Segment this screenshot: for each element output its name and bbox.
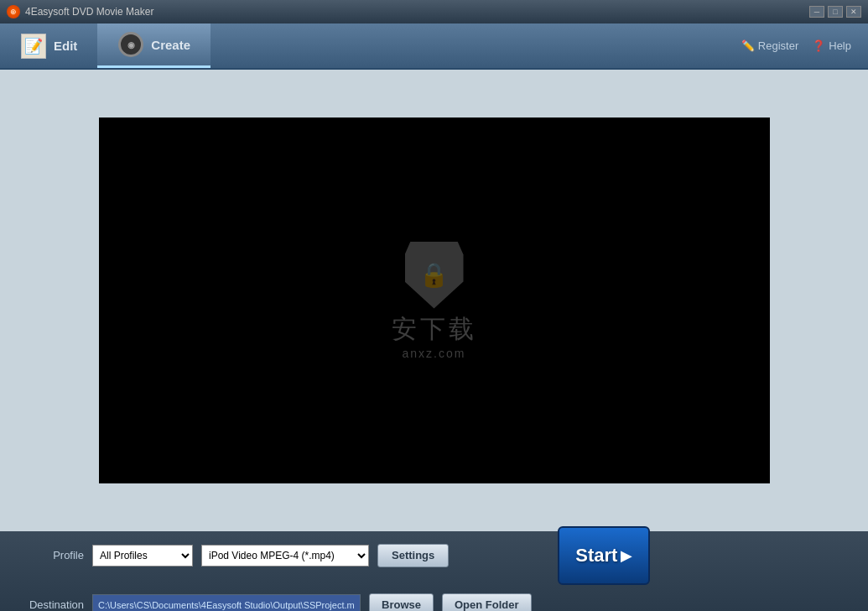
minimize-button[interactable]: ─ [809,6,824,18]
toolbar: 📝 Edit ◉ Create ✏️ Register ❓ Help [0,24,868,70]
browse-button[interactable]: Browse [369,593,434,612]
create-icon-img: ◉ [118,32,143,57]
create-tab[interactable]: ◉ Create [97,24,211,68]
main-content: 🔒 安下载 anxz.com [0,70,868,531]
edit-tab[interactable]: 📝 Edit [0,24,97,68]
help-icon: ❓ [812,39,825,52]
start-button[interactable]: Start ▶ [558,526,650,585]
register-button[interactable]: ✏️ Register [741,39,798,52]
help-label: Help [829,39,851,52]
edit-icon-img: 📝 [21,34,46,59]
toolbar-left: 📝 Edit ◉ Create [0,24,211,68]
open-folder-button[interactable]: Open Folder [442,593,532,612]
bottom-panel: Profile All Profiles iPod Video MPEG-4 (… [0,531,868,611]
destination-label: Destination [17,598,84,611]
profile-row: Profile All Profiles iPod Video MPEG-4 (… [17,526,851,585]
title-bar-controls[interactable]: ─ □ ✕ [809,6,861,18]
register-icon: ✏️ [741,39,755,52]
close-button[interactable]: ✕ [846,6,861,18]
watermark-text-en: anxz.com [403,347,466,360]
edit-icon: 📝 [20,33,47,60]
profile-select[interactable]: All Profiles [92,545,193,567]
destination-row: Destination Browse Open Folder [17,593,851,612]
watermark: 🔒 安下载 anxz.com [392,242,477,360]
app-title: 4Easysoft DVD Movie Maker [25,6,153,18]
watermark-text-cn: 安下载 [392,312,477,347]
start-arrow-icon: ▶ [621,546,632,565]
register-label: Register [758,39,798,52]
maximize-button[interactable]: □ [828,6,843,18]
help-button[interactable]: ❓ Help [812,39,851,52]
title-bar-left: ⊕ 4Easysoft DVD Movie Maker [7,5,153,18]
settings-button[interactable]: Settings [377,544,449,567]
create-label: Create [151,38,190,52]
destination-input[interactable] [92,594,361,612]
title-bar: ⊕ 4Easysoft DVD Movie Maker ─ □ ✕ [0,0,868,24]
start-label: Start [575,545,617,567]
format-select[interactable]: iPod Video MPEG-4 (*.mp4) [201,545,369,567]
video-preview: 🔒 安下载 anxz.com [99,118,770,483]
toolbar-right: ✏️ Register ❓ Help [741,39,868,52]
app-icon: ⊕ [7,5,20,18]
edit-label: Edit [54,39,77,53]
create-icon: ◉ [117,31,144,58]
bottom-controls: Profile All Profiles iPod Video MPEG-4 (… [17,526,851,612]
profile-label: Profile [17,549,84,561]
watermark-shield: 🔒 [405,242,464,309]
